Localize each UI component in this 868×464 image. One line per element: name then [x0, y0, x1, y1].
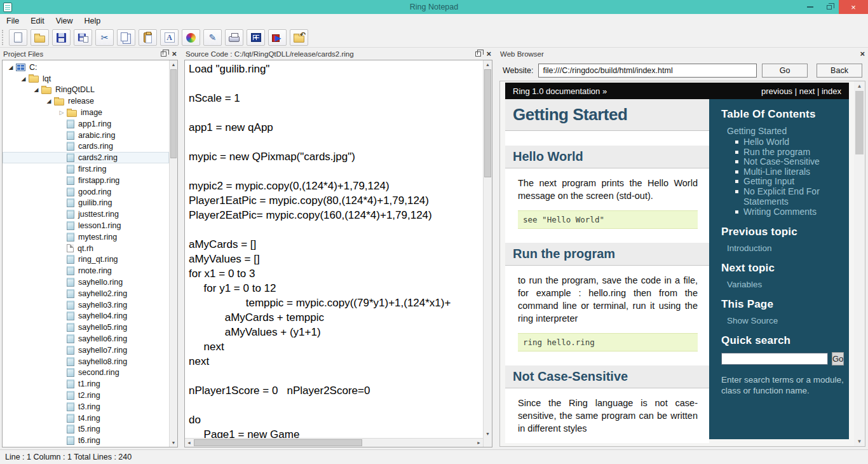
- color-picker-button[interactable]: [182, 29, 200, 46]
- tree-row[interactable]: lesson1.ring: [3, 220, 169, 231]
- expand-arrow-icon[interactable]: ◢: [6, 64, 16, 71]
- open-folder-button[interactable]: [31, 29, 49, 46]
- url-input[interactable]: [538, 64, 757, 78]
- tree-row[interactable]: ◢release: [3, 95, 169, 107]
- editor-horizontal-scrollbar[interactable]: ◄ ►: [185, 438, 483, 447]
- editor-vscrollbar-thumb[interactable]: [484, 69, 491, 177]
- expand-arrow-icon[interactable]: ◢: [44, 98, 54, 104]
- tree-row[interactable]: t2.ring: [3, 390, 169, 401]
- tree-row[interactable]: firstapp.ring: [3, 175, 169, 186]
- table-button[interactable]: [247, 29, 265, 46]
- tree-row[interactable]: qt.rh: [3, 243, 169, 254]
- tree-row[interactable]: ◢RingQtDLL: [3, 85, 169, 96]
- cut-button[interactable]: ✂: [95, 29, 114, 46]
- show-source-link[interactable]: Show Source: [727, 316, 841, 325]
- tree-row[interactable]: sayhello5.ring: [3, 322, 169, 333]
- close-panel-icon[interactable]: ×: [486, 50, 491, 58]
- tree-row[interactable]: sayhello7.ring: [3, 345, 169, 356]
- browser-scrollbar[interactable]: ▲ ▼: [854, 81, 865, 446]
- print-button[interactable]: [225, 29, 243, 46]
- previous-topic-link[interactable]: Introduction: [727, 243, 841, 253]
- toc-item[interactable]: Getting Input: [735, 176, 841, 187]
- toc-item[interactable]: No Explicit End For Statements: [735, 186, 841, 207]
- tree-scrollbar-thumb[interactable]: [170, 69, 177, 158]
- toc-root-link[interactable]: Getting Started: [727, 126, 841, 136]
- quick-search-input[interactable]: [721, 353, 828, 365]
- toc-item[interactable]: Hello World: [735, 137, 841, 147]
- tree-row[interactable]: good.ring: [3, 186, 169, 198]
- go-button[interactable]: Go: [762, 64, 808, 78]
- toolbar-grip[interactable]: [2, 30, 5, 45]
- expand-arrow-icon[interactable]: ◢: [18, 76, 29, 82]
- font-button[interactable]: A: [160, 29, 179, 46]
- menu-item-view[interactable]: View: [50, 14, 79, 28]
- scroll-up-icon[interactable]: ▲: [854, 81, 865, 91]
- tree-row[interactable]: sayhello3.ring: [3, 299, 169, 311]
- nav-link-index[interactable]: index: [822, 86, 841, 96]
- save-button[interactable]: [52, 29, 71, 46]
- tree-row[interactable]: sayhello8.ring: [3, 356, 169, 367]
- tree-row[interactable]: justtest.ring: [3, 208, 169, 220]
- expand-arrow-icon[interactable]: ▷: [57, 109, 67, 116]
- close-panel-icon[interactable]: ×: [860, 50, 865, 58]
- scroll-right-icon[interactable]: ►: [475, 439, 483, 447]
- tree-row[interactable]: guilib.ring: [3, 198, 169, 209]
- revert-folder-button[interactable]: ↶: [290, 29, 308, 46]
- toc-item[interactable]: Not Case-Sensitive: [735, 156, 841, 167]
- menu-item-file[interactable]: File: [0, 14, 25, 28]
- scroll-down-icon[interactable]: ▼: [484, 430, 492, 438]
- copy-button[interactable]: [117, 29, 135, 46]
- expand-arrow-icon[interactable]: ◢: [31, 86, 41, 93]
- next-topic-link[interactable]: Variables: [727, 280, 841, 289]
- tree-row[interactable]: t3.ring: [3, 401, 169, 413]
- tree-row[interactable]: ▷image: [3, 107, 169, 118]
- toc-item[interactable]: Writing Comments: [735, 207, 841, 217]
- scroll-left-icon[interactable]: ◄: [185, 439, 193, 447]
- scroll-up-icon[interactable]: ▲: [170, 60, 177, 69]
- tree-row[interactable]: t1.ring: [3, 378, 169, 390]
- save-as-button[interactable]: [74, 29, 92, 46]
- tree-row[interactable]: mytest.ring: [3, 231, 169, 243]
- tree-row[interactable]: ◢C:: [3, 62, 169, 73]
- tree-row[interactable]: cards2.ring: [3, 152, 169, 163]
- paste-button[interactable]: [139, 29, 157, 46]
- scroll-up-icon[interactable]: ▲: [484, 60, 492, 69]
- toc-item[interactable]: Run the program: [735, 147, 841, 158]
- tree-row[interactable]: ◢lqt: [3, 73, 169, 85]
- tree-scrollbar[interactable]: ▲ ▼: [169, 60, 177, 447]
- tree-row[interactable]: arabic.ring: [3, 130, 169, 141]
- scroll-down-icon[interactable]: ▼: [854, 437, 865, 446]
- close-panel-icon[interactable]: ×: [172, 50, 177, 58]
- tree-row[interactable]: rnote.ring: [3, 265, 169, 276]
- nav-link-next[interactable]: next: [799, 86, 815, 96]
- tree-row[interactable]: t5.ring: [3, 424, 169, 435]
- tree-row[interactable]: sayhello.ring: [3, 276, 169, 288]
- editor-vertical-scrollbar[interactable]: ▲ ▼: [483, 60, 492, 447]
- tree-row[interactable]: t6.ring: [3, 435, 169, 446]
- tree-row[interactable]: t4.ring: [3, 413, 169, 424]
- menu-item-edit[interactable]: Edit: [25, 14, 50, 28]
- tree-row[interactable]: cards.ring: [3, 141, 169, 153]
- tree-row[interactable]: sayhello2.ring: [3, 288, 169, 299]
- scroll-down-icon[interactable]: ▼: [170, 439, 177, 447]
- toc-item[interactable]: Multi-Line literals: [735, 167, 841, 177]
- tree-row[interactable]: app1.ring: [3, 118, 169, 130]
- doc-breadcrumb[interactable]: Ring 1.0 documentation »: [513, 86, 607, 96]
- tree-row[interactable]: second.ring: [3, 367, 169, 379]
- editor-hscrollbar-thumb[interactable]: [194, 439, 362, 446]
- tree-row[interactable]: ring_qt.ring: [3, 254, 169, 266]
- back-button[interactable]: Back: [817, 64, 862, 78]
- new-file-button[interactable]: [9, 29, 27, 46]
- tree-row[interactable]: sayhello6.ring: [3, 333, 169, 345]
- quick-search-go-button[interactable]: Go: [832, 352, 844, 365]
- nav-link-previous[interactable]: previous: [761, 86, 792, 96]
- tree-row[interactable]: sayhello4.ring: [3, 311, 169, 322]
- run-button[interactable]: [268, 29, 287, 46]
- float-panel-icon[interactable]: [475, 51, 481, 57]
- menu-item-help[interactable]: Help: [79, 14, 107, 28]
- browser-scrollbar-thumb[interactable]: [855, 91, 864, 154]
- float-panel-icon[interactable]: [161, 51, 166, 57]
- tree-row[interactable]: first.ring: [3, 163, 169, 175]
- highlighter-button[interactable]: ✎: [203, 29, 222, 46]
- code-editor[interactable]: Load "guilib.ring" nScale = 1 app1 = new…: [185, 60, 483, 438]
